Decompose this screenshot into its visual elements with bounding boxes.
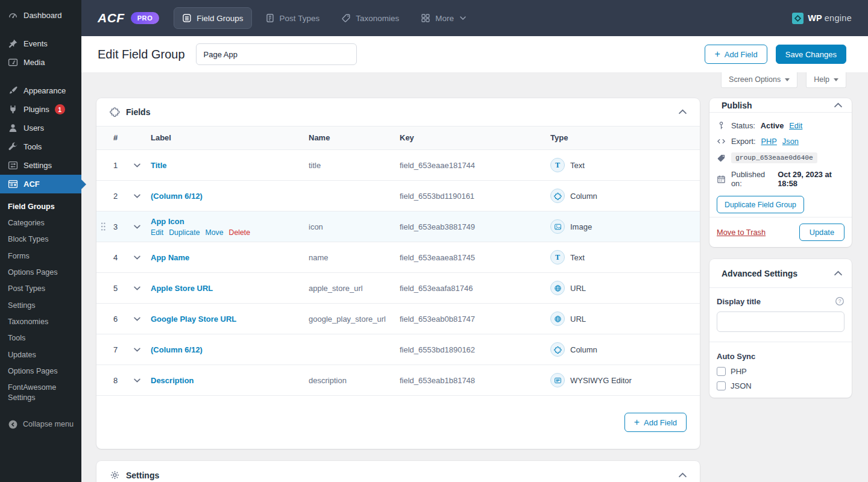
add-field-button-bottom[interactable]: + Add Field (624, 413, 687, 432)
export-json-link[interactable]: Json (782, 137, 799, 146)
add-field-label: Add Field (725, 50, 758, 59)
sliders-icon (8, 160, 18, 171)
field-label[interactable]: App Name (151, 253, 189, 262)
help-circle-icon[interactable]: ? (835, 296, 844, 306)
field-label[interactable]: Description (151, 376, 194, 385)
chevron-up-icon[interactable] (834, 271, 842, 276)
submenu-item-categories[interactable]: Categories (8, 214, 75, 231)
sidebar-item-appearance[interactable]: Appearance (0, 81, 81, 100)
field-label[interactable]: App Icon (151, 217, 184, 226)
submenu-item-updates[interactable]: Updates (8, 346, 75, 363)
tab-post-types[interactable]: Post Types (257, 7, 329, 29)
field-row[interactable]: 5Apple Store URLapple_store_urlfield_653… (96, 273, 700, 304)
url-type-icon (550, 311, 565, 326)
field-row[interactable]: 3App IconEditDuplicateMoveDeleteiconfiel… (96, 211, 700, 242)
field-type-label: Image (570, 222, 592, 231)
submenu-item-settings[interactable]: Settings (8, 297, 75, 313)
chevron-down-icon[interactable] (134, 225, 140, 229)
drag-handle-icon[interactable] (101, 222, 106, 231)
sidebar-item-plugins[interactable]: Plugins1 (0, 100, 81, 119)
submenu-item-tools[interactable]: Tools (8, 330, 75, 346)
field-label[interactable]: Google Play Store URL (151, 315, 236, 324)
php-checkbox[interactable] (717, 367, 726, 376)
chevron-down-icon[interactable] (134, 378, 140, 383)
move-to-trash-link[interactable]: Move to Trash (717, 228, 766, 237)
sidebar-item-acf[interactable]: ACF (0, 175, 81, 193)
page-title: Edit Field Group (98, 48, 185, 61)
advanced-panel-title: Advanced Settings (722, 269, 797, 278)
chevron-up-icon[interactable] (679, 472, 687, 478)
chevron-down-icon[interactable] (134, 255, 140, 260)
field-label[interactable]: Apple Store URL (151, 284, 213, 293)
save-changes-button[interactable]: Save Changes (776, 45, 846, 64)
field-label[interactable]: (Column 6/12) (151, 192, 203, 201)
display-title-input[interactable] (717, 311, 844, 332)
move-action[interactable]: Move (205, 228, 223, 237)
chevron-down-icon[interactable] (134, 286, 140, 290)
field-label[interactable]: Title (151, 161, 167, 170)
tab-label: Post Types (280, 14, 320, 23)
chevron-down-icon[interactable] (134, 163, 140, 167)
chevron-down-icon[interactable] (134, 348, 140, 352)
tab-label: Field Groups (197, 14, 243, 23)
text-type-letter: T (555, 161, 560, 170)
sidebar-item-dashboard[interactable]: Dashboard (0, 6, 81, 25)
col-name: Name (309, 133, 400, 142)
edit-action[interactable]: Edit (151, 228, 163, 237)
publish-panel-footer: Move to Trash Update (709, 217, 852, 247)
body-area: Screen Options Help Fields # (81, 72, 868, 482)
status-edit-link[interactable]: Edit (789, 121, 802, 130)
field-key: field_653eaafa81746 (400, 284, 550, 293)
field-group-title-input[interactable] (196, 43, 357, 65)
field-label[interactable]: (Column 6/12) (151, 345, 203, 354)
collapse-menu-button[interactable]: Collapse menu (0, 413, 81, 436)
submenu-item-field-groups[interactable]: Field Groups (8, 198, 75, 214)
sidebar-item-label: Appearance (24, 86, 66, 95)
json-checkbox[interactable] (717, 381, 726, 390)
update-button[interactable]: Update (799, 224, 844, 241)
sidebar-item-events[interactable]: Events (0, 34, 81, 53)
chevron-down-icon[interactable] (134, 194, 140, 198)
export-php-link[interactable]: PHP (761, 137, 777, 146)
status-value: Active (761, 121, 784, 130)
submenu-item-taxonomies[interactable]: Taxonomies (8, 314, 75, 330)
update-label: Update (810, 228, 834, 237)
submenu-item-options-pages[interactable]: Options Pages (8, 363, 75, 380)
duplicate-action[interactable]: Duplicate (169, 228, 200, 237)
key-icon (717, 121, 726, 130)
help-tab[interactable]: Help (806, 72, 846, 88)
submenu-item-options-pages[interactable]: Options Pages (8, 264, 75, 280)
sidebar-item-tools[interactable]: Tools (0, 137, 81, 156)
field-type: TText (550, 250, 700, 264)
tab-field-groups[interactable]: Field Groups (174, 7, 251, 29)
field-row[interactable]: 2(Column 6/12)field_6553bd1190161Column (96, 181, 700, 211)
add-field-button[interactable]: + Add Field (705, 45, 767, 64)
fields-panel: Fields # Label Name Key Type 1Titletitle… (96, 98, 700, 449)
text-type-letter: T (555, 253, 560, 262)
tab-taxonomies[interactable]: Taxonomies (333, 7, 407, 29)
submenu-item-block-types[interactable]: Block Types (8, 231, 75, 248)
sidebar-item-users[interactable]: Users (0, 119, 81, 137)
auto-sync-label: Auto Sync (717, 352, 755, 361)
chevron-up-icon[interactable] (834, 102, 842, 108)
screen-options-tab[interactable]: Screen Options (721, 72, 797, 88)
chevron-up-icon[interactable] (679, 109, 687, 114)
field-row[interactable]: 7(Column 6/12)field_6553bd1890162Column (96, 334, 700, 365)
sidebar-item-media[interactable]: Media (0, 53, 81, 72)
sidebar-item-settings[interactable]: Settings (0, 156, 81, 175)
brush-icon (8, 86, 18, 96)
field-row[interactable]: 1Titletitlefield_653eaae181744TText (96, 150, 700, 181)
submenu-item-fontawesome-settings[interactable]: FontAwesome Settings (8, 380, 75, 406)
screen: DashboardEventsMediaAppearancePlugins1Us… (0, 0, 868, 482)
field-row[interactable]: 6Google Play Store URLgoogle_play_store_… (96, 304, 700, 334)
duplicate-field-group-button[interactable]: Duplicate Field Group (717, 196, 804, 213)
tab-more[interactable]: More (412, 7, 474, 29)
chevron-down-icon (460, 16, 466, 20)
submenu-item-post-types[interactable]: Post Types (8, 281, 75, 297)
field-row[interactable]: 8Descriptiondescriptionfield_653eab1b817… (96, 365, 700, 396)
field-row[interactable]: 4App Namenamefield_653eaaea81745TText (96, 242, 700, 273)
chevron-down-icon[interactable] (134, 317, 140, 321)
field-key: field_653eab3881749 (400, 222, 550, 231)
delete-action[interactable]: Delete (229, 228, 251, 237)
submenu-item-forms[interactable]: Forms (8, 248, 75, 264)
